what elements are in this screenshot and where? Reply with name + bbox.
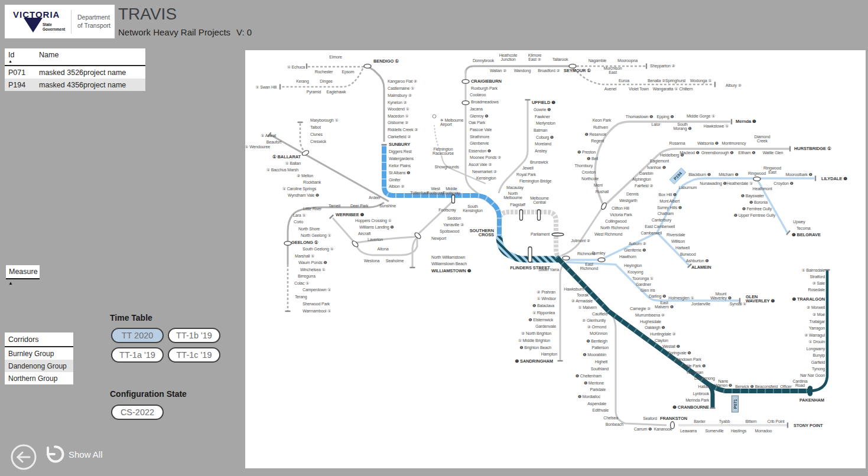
svg-text:Surrey Hills ❶: Surrey Hills ❶ [657, 206, 682, 210]
svg-text:Rosanna: Rosanna [669, 141, 685, 145]
svg-text:❶ Reservoir: ❶ Reservoir [584, 132, 606, 136]
svg-text:Noble Park ❶: Noble Park ❶ [681, 364, 706, 368]
svg-text:② Warragul: ② Warragul [804, 333, 825, 338]
projects-table-header[interactable]: Id▲ Name [5, 48, 145, 66]
svg-text:Williams Landing ❶: Williams Landing ❶ [359, 225, 394, 230]
svg-text:West Richmond: West Richmond [594, 232, 623, 236]
corridor-item-dandenong[interactable]: Dandenong Group [5, 360, 73, 372]
svg-text:❶ Elsternwick: ❶ Elsternwick [528, 318, 553, 322]
svg-text:Fawkner: Fawkner [535, 115, 551, 119]
svg-text:② Armadale: ② Armadale [571, 299, 593, 303]
timetable-button-tt1b19[interactable]: TT-1b '19 [168, 328, 220, 343]
timetable-button-tt2020[interactable]: TT 2020 [111, 328, 164, 343]
column-header-name[interactable]: Name [37, 48, 145, 65]
svg-text:Auburn ②: Auburn ② [629, 242, 646, 246]
svg-text:① BALLARAT: ① BALLARAT [272, 154, 301, 159]
svg-text:Northcote: Northcote [581, 177, 599, 181]
page-subtitle: Network Heavy Rail Projects [118, 27, 230, 37]
svg-text:Leawarra: Leawarra [680, 429, 697, 433]
svg-text:Keon Park: Keon Park [593, 118, 612, 122]
svg-text:Berwick ❶: Berwick ❶ [735, 384, 753, 389]
svg-text:Westall ❶: Westall ❶ [662, 344, 680, 348]
svg-text:Batman: Batman [534, 128, 547, 132]
measure-header[interactable]: Measure [6, 265, 40, 279]
svg-text:Huntingdale ②: Huntingdale ② [650, 332, 676, 337]
svg-text:Tynong: Tynong [812, 367, 825, 371]
svg-text:Rushall: Rushall [596, 190, 609, 194]
svg-text:Terang: Terang [295, 295, 307, 299]
svg-text:Clayton: Clayton [655, 338, 668, 343]
project-badge-P071[interactable]: P071 [732, 396, 739, 412]
svg-text:Donnybrook: Donnybrook [473, 58, 495, 63]
victoria-logo: VICTORIA State Government [5, 5, 71, 38]
undo-button[interactable] [44, 445, 65, 467]
svg-text:Trafalgar: Trafalgar [810, 319, 825, 324]
svg-text:Albury ②: Albury ② [726, 83, 742, 88]
svg-text:Chatham: Chatham [658, 211, 674, 216]
svg-text:❶ Brighton Beach: ❶ Brighton Beach [519, 345, 551, 350]
svg-text:Eltham ❶: Eltham ❶ [739, 151, 756, 155]
svg-text:① Middle Brighton: ① Middle Brighton [518, 338, 551, 343]
timetable-button-tt1c19[interactable]: TT-1c '19 [168, 347, 220, 363]
table-row[interactable]: P071 masked 3526project name [5, 66, 145, 79]
svg-text:GLENWAVERLEY ❶: GLENWAVERLEY ❶ [746, 294, 775, 304]
svg-text:Bunyip: Bunyip [812, 353, 825, 358]
svg-text:❶ Upper Ferntree Gully: ❶ Upper Ferntree Gully [734, 213, 776, 218]
svg-text:Jacana: Jacana [470, 107, 483, 111]
show-all-label[interactable]: Show All [69, 449, 103, 459]
rail-map: P194P071① EchucaElmoreRochesterEpsomBEND… [245, 50, 866, 468]
svg-text:❶ Balaclava: ❶ Balaclava [532, 304, 554, 308]
svg-text:Greensborough ❶: Greensborough ❶ [701, 151, 734, 155]
corridor-item-northern[interactable]: Northern Group [5, 372, 73, 384]
svg-text:Springvale ❶: Springvale ❶ [668, 351, 691, 356]
svg-text:Yarraman: Yarraman [686, 370, 703, 374]
svg-text:Birregurra: Birregurra [298, 274, 316, 279]
svg-text:Deer Park: Deer Park [350, 204, 369, 208]
svg-text:Camperdown ①: Camperdown ① [303, 288, 331, 292]
svg-text:SouthMorang ❶: SouthMorang ❶ [674, 122, 692, 131]
rail-map-panel[interactable]: P194P071① EchucaElmoreRochesterEpsomBEND… [245, 50, 866, 468]
svg-text:Camberwell: Camberwell [641, 231, 662, 235]
svg-text:Heathmont: Heathmont [753, 187, 772, 191]
svg-text:North Richmond: North Richmond [600, 226, 629, 230]
back-button[interactable] [9, 443, 38, 471]
svg-text:Mooroolbark ❶: Mooroolbark ❶ [785, 172, 812, 177]
svg-text:Yarragon: Yarragon [809, 326, 825, 331]
svg-text:Sandown Park: Sandown Park [675, 357, 701, 361]
projects-table: Id▲ Name P071 masked 3526project name P1… [5, 48, 145, 91]
column-header-id[interactable]: Id▲ [5, 48, 37, 65]
svg-text:Riddells Creek ②: Riddells Creek ② [388, 128, 418, 132]
svg-text:Ashburton ❶: Ashburton ❶ [686, 259, 708, 263]
svg-text:① Windsor: ① Windsor [537, 296, 556, 301]
timetable-button-tt1a19[interactable]: TT-1a '19 [111, 347, 164, 363]
svg-text:Parliament: Parliament [531, 232, 550, 236]
sort-ascending-icon: ▲ [8, 59, 12, 63]
svg-text:Tyabb: Tyabb [719, 419, 730, 424]
svg-text:Mooroopna: Mooroopna [617, 58, 638, 63]
svg-text:Edithvale: Edithvale [593, 408, 609, 412]
svg-text:Coburg ❶: Coburg ❶ [536, 135, 554, 140]
svg-text:❶ TRARALGON: ❶ TRARALGON [792, 296, 825, 302]
svg-text:SEYMOUR ①: SEYMOUR ① [564, 68, 591, 73]
corridors-list: Corridors Burnley Group Dandenong Group … [5, 332, 73, 384]
svg-text:Clunes: Clunes [310, 132, 323, 136]
victoria-logo-text: VICTORIA [13, 9, 60, 19]
svg-text:Tallarook: Tallarook [552, 57, 568, 61]
project-badge-P194[interactable]: P194 [669, 168, 686, 184]
svg-text:Eaglehawk: Eaglehawk [327, 90, 347, 94]
svg-text:Colac ①: Colac ① [294, 281, 309, 285]
version-label: V: 0 [236, 27, 252, 37]
table-row[interactable]: P194 masked 4356project name [5, 79, 145, 91]
svg-text:Macedon ①: Macedon ① [388, 114, 409, 118]
svg-text:Westona: Westona [364, 259, 380, 263]
svg-text:Gardenvale: Gardenvale [535, 324, 556, 328]
svg-text:② Glenhuntly: ② Glenhuntly [582, 318, 606, 323]
svg-text:Heyington: Heyington [624, 263, 642, 268]
configuration-button-cs2022[interactable]: CS-2022 [111, 405, 164, 420]
svg-text:Lynbrook: Lynbrook [693, 392, 710, 396]
corridors-header[interactable]: Corridors [5, 332, 73, 347]
svg-text:Williamstown Beach: Williamstown Beach [431, 262, 467, 266]
svg-text:Kyneton ②: Kyneton ② [388, 100, 407, 105]
corridor-item-burnley[interactable]: Burnley Group [5, 347, 73, 360]
svg-text:❶ Bell: ❶ Bell [587, 157, 599, 161]
